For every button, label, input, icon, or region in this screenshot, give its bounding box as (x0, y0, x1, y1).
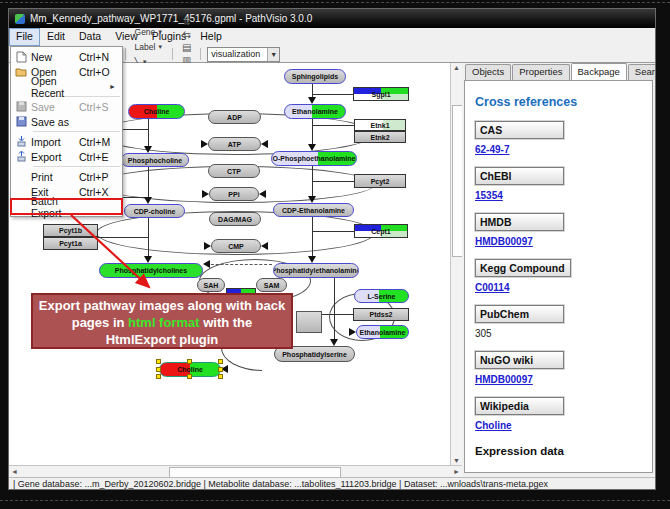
new-page-icon (11, 51, 31, 63)
xref-link-15354[interactable]: 15354 (475, 190, 503, 201)
menubar-item-help[interactable]: Help (193, 28, 229, 46)
node-dag-mag[interactable]: DAG/MAG (209, 212, 261, 226)
node-phosphatidylethanolamine[interactable]: Phosphatidylethanolamine (273, 263, 359, 278)
app-window: Mm_Kennedy_pathway_WP1771_45176.gpml - P… (8, 8, 656, 490)
align-center-x-button[interactable]: ⇅ (179, 15, 194, 28)
xref-section-pubchem: PubChem305 (475, 304, 652, 339)
menubar-item-file[interactable]: File (9, 28, 40, 46)
node-atp[interactable]: ATP (208, 137, 261, 151)
label-tool-icon: Label (135, 42, 156, 52)
visualization-value: visualization (211, 49, 263, 59)
tab-properties[interactable]: Properties (512, 64, 569, 80)
menu-separator (33, 166, 120, 167)
node-ethanolamine-top[interactable]: Ethanolamine (284, 104, 346, 119)
menu-item-export[interactable]: ExportCtrl+E (11, 149, 122, 164)
menu-item-import[interactable]: ImportCtrl+M (11, 134, 122, 149)
xref-link-choline[interactable]: Choline (475, 420, 512, 431)
open-folder-icon (11, 66, 31, 77)
xref-source-header: Wikipedia (475, 397, 564, 415)
node-ethanolamine-bottom[interactable]: Ethanolamine (356, 325, 409, 339)
selection-handle[interactable] (156, 359, 161, 364)
status-bar: | Gene database: ...m_Derby_20120602.bri… (9, 477, 655, 490)
node-etnk1[interactable]: Etnk1 (354, 119, 406, 131)
tab-objects[interactable]: Objects (465, 64, 511, 80)
xref-source-header: PubChem (475, 305, 564, 323)
node-phosphatidylcholines[interactable]: Phosphatidylcholines (99, 263, 203, 278)
menu-item-new[interactable]: NewCtrl+N (11, 49, 122, 64)
menu-shortcut: Ctrl+E (79, 151, 119, 163)
menu-item-label: New (31, 51, 79, 63)
arrowhead (308, 256, 316, 263)
node-cmp[interactable]: CMP (211, 239, 261, 253)
selection-handle[interactable] (156, 367, 161, 372)
selection-handle[interactable] (187, 374, 192, 379)
cross-references-heading: Cross references (475, 95, 652, 109)
tab-search[interactable]: Search (628, 64, 656, 80)
node-pcyt1a[interactable]: Pcyt1a (43, 237, 98, 250)
scroll-right-icon[interactable]: ► (453, 468, 460, 475)
node-ptdss2[interactable]: Ptdss2 (353, 308, 409, 321)
node-adp[interactable]: ADP (208, 110, 261, 124)
menu-item-batch-export[interactable]: Batch Export (11, 199, 122, 214)
menu-item-open-recent[interactable]: Open Recent► (11, 79, 122, 94)
node-sam[interactable]: SAM (256, 278, 287, 292)
align-center-y-button[interactable]: ⇆ (179, 28, 194, 41)
gene-product-tool-icon: Gene (135, 27, 156, 37)
node-ctp[interactable]: CTP (208, 164, 260, 178)
xref-source-header: HMDB (475, 213, 564, 231)
node-choline-top[interactable]: Choline (128, 104, 185, 119)
node-cept1[interactable]: Cept1 (354, 224, 408, 238)
chevron-down-icon: ▼ (157, 44, 163, 50)
xref-link-hmdb00097[interactable]: HMDB00097 (475, 374, 533, 385)
edge-line (98, 237, 148, 238)
menubar-item-edit[interactable]: Edit (40, 28, 72, 46)
xref-section-hmdb: HMDBHMDB00097 (475, 212, 652, 247)
node-anchor-box[interactable] (296, 311, 322, 333)
arrowhead (349, 328, 356, 336)
export-icon (11, 151, 31, 163)
annotation-callout: Export pathway images along with back pa… (31, 293, 293, 349)
node-etnk2[interactable]: Etnk2 (354, 131, 406, 143)
xref-link-hmdb00097[interactable]: HMDB00097 (475, 236, 533, 247)
xref-section-kegg-compound: Kegg CompoundC00114 (475, 258, 652, 293)
node-l-serine[interactable]: L-Serine (354, 289, 409, 303)
selection-handle[interactable] (156, 374, 161, 379)
arrowhead (204, 242, 211, 250)
menu-item-save[interactable]: SaveCtrl+S (11, 99, 122, 114)
canvas-vertical-scrollbar[interactable]: ▲ ▼ (450, 63, 462, 465)
tab-backpage[interactable]: Backpage (571, 63, 627, 80)
scroll-left-icon[interactable]: ◄ (11, 468, 18, 475)
menubar-item-data[interactable]: Data (72, 28, 108, 46)
node-ppi[interactable]: PPi (209, 187, 259, 201)
node-o-phosphoethanolamine[interactable]: O-Phosphoethanolamine (271, 151, 357, 166)
node-cdp-choline[interactable]: CDP-choline (124, 204, 185, 218)
node-sphingolipids[interactable]: Sphingolipids (284, 69, 346, 84)
visualization-select[interactable]: visualization ▼ (207, 47, 280, 62)
node-phosphocholine[interactable]: Phosphocholine (121, 153, 189, 167)
xref-link-62-49-7[interactable]: 62-49-7 (475, 144, 509, 155)
selection-handle[interactable] (218, 367, 223, 372)
import-icon (11, 136, 31, 148)
canvas-horizontal-scrollbar[interactable]: ◄ ► (9, 465, 462, 477)
chevron-down-icon: ▼ (157, 29, 163, 35)
xref-link-c00114[interactable]: C00114 (475, 282, 509, 293)
callout-line: HtmlExport plugin (106, 332, 219, 347)
edge-line (312, 84, 313, 98)
selection-handle[interactable] (187, 359, 192, 364)
node-pcyt1b[interactable]: Pcyt1b (43, 224, 98, 237)
node-pcyt2[interactable]: Pcyt2 (354, 174, 406, 188)
selection-handle[interactable] (218, 374, 223, 379)
node-cdp-ethanolamine[interactable]: CDP-Ethanolamine (273, 203, 354, 217)
label-tool-button[interactable]: Label▼ (132, 39, 167, 54)
menu-item-print[interactable]: PrintCtrl+P (11, 169, 122, 184)
scroll-down-icon[interactable]: ▼ (453, 457, 460, 464)
menu-item-save-as[interactable]: Save as (11, 114, 122, 129)
scroll-up-icon[interactable]: ▲ (453, 64, 460, 71)
xref-section-chebi: ChEBI15354 (475, 166, 652, 201)
gene-product-tool-button[interactable]: Gene▼ (132, 24, 167, 39)
node-sgpl1[interactable]: Sgpl1 (353, 87, 409, 101)
selection-handle[interactable] (218, 359, 223, 364)
distribute-rows-button[interactable]: ▤ (179, 41, 194, 54)
node-sah[interactable]: SAH (197, 278, 225, 292)
save-as-icon (11, 116, 31, 127)
